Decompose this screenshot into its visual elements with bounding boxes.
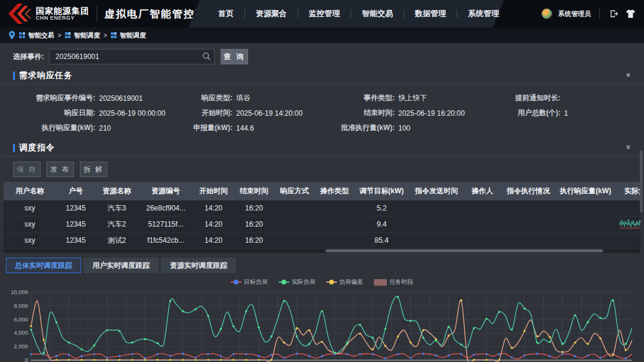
- breadcrumb: 智能交易 > 智能调度 > 智能调度: [0, 27, 644, 43]
- field-value: 144.6: [236, 124, 254, 132]
- actual-load-sparkline[interactable]: [619, 217, 640, 230]
- field-label: 响应日期:: [6, 108, 95, 118]
- svg-text:6,000: 6,000: [14, 316, 28, 323]
- legend-load-deviation[interactable]: 负荷偏差: [326, 278, 363, 286]
- demand-response-section: 需求响应任务 » 需求响应事件编号:20250619001 响应类型:填谷 事件…: [0, 67, 644, 139]
- logout-icon[interactable]: [608, 8, 619, 19]
- tracking-tabs: 总体实时调度跟踪 用户实时调度跟踪 资源实时调度跟踪: [0, 253, 644, 276]
- location-pin-icon: [8, 31, 16, 39]
- publish-button[interactable]: 发 布: [47, 162, 74, 177]
- nav-item-smart-trading[interactable]: 智能交易: [351, 8, 404, 19]
- legend-task-period[interactable]: 任务时段: [374, 278, 413, 286]
- demand-response-title: 需求响应任务: [19, 70, 73, 81]
- field-label: 开始时间:: [179, 108, 233, 118]
- grid-icon: [111, 32, 117, 38]
- field-label: 需求响应事件编号:: [6, 93, 95, 103]
- field-label: 事件类型:: [341, 93, 395, 103]
- dispatch-table: 用户名称 户号 资源名称 资源编号 开始时间 结束时间 响应方式 操作类型 调节…: [4, 182, 640, 249]
- nav-item-monitoring[interactable]: 监控管理: [298, 8, 351, 19]
- dispatch-tracking-chart: 02,0004,0006,0008,00010,0000:000:451:302…: [0, 287, 644, 362]
- page-vertical-scrollbar-thumb[interactable]: [640, 150, 643, 213]
- table-horizontal-scrollbar[interactable]: [4, 249, 640, 253]
- field-label: 申报量(kW):: [179, 123, 233, 133]
- table-row[interactable]: sxy 12345 汽车2 5127115f... 14:20 16:20 9.…: [4, 216, 640, 233]
- decompose-button[interactable]: 拆 解: [80, 162, 107, 177]
- save-button[interactable]: 保 存: [13, 162, 41, 177]
- field-value: 1: [564, 109, 568, 117]
- collapse-chevron-icon[interactable]: »: [624, 145, 633, 149]
- grid-icon: [65, 32, 71, 38]
- field-label: 执行响应量(kW):: [6, 123, 95, 133]
- demand-response-fields: 需求响应事件编号:20250619001 响应类型:填谷 事件类型:快上快下 提…: [0, 85, 644, 139]
- table-row[interactable]: sxy 12345 汽车3 26e8cf904... 14:20 16:20 5…: [4, 200, 640, 216]
- field-value: 20250619001: [99, 94, 143, 103]
- user-avatar[interactable]: [541, 8, 552, 19]
- brand-name-cn: 国家能源集团: [36, 7, 89, 16]
- field-value: 2025-06-19 16:20:00: [398, 109, 465, 117]
- svg-text:2,000: 2,000: [14, 343, 28, 349]
- event-select-label: 选择事件:: [13, 52, 44, 62]
- brand-name-en: CHN ENERGY: [36, 16, 89, 21]
- nav-item-resource-aggregation[interactable]: 资源聚合: [245, 8, 298, 19]
- user-name: 系统管理员: [558, 10, 591, 18]
- query-button[interactable]: 查 询: [221, 49, 248, 64]
- tab-resource-realtime-tracking[interactable]: 资源实时调度跟踪: [161, 258, 236, 273]
- svg-text:4,000: 4,000: [14, 329, 28, 336]
- nav-item-system-management[interactable]: 系统管理: [457, 8, 510, 19]
- search-icon[interactable]: [202, 52, 211, 61]
- chn-energy-logo-icon: [8, 4, 31, 24]
- scrollbar-thumb[interactable]: [326, 249, 603, 252]
- table-header-row: 用户名称 户号 资源名称 资源编号 开始时间 结束时间 响应方式 操作类型 调节…: [4, 182, 640, 200]
- event-select-input[interactable]: [49, 49, 215, 64]
- field-value: 100: [398, 124, 410, 132]
- field-label: 结束时间:: [341, 108, 395, 118]
- app-header: 国家能源集团 CHN ENERGY 虚拟电厂智能管控系统 首页 资源聚合 监控管…: [0, 0, 644, 27]
- brand-logo: 国家能源集团 CHN ENERGY: [0, 4, 89, 24]
- field-label: 提前通知时长:: [501, 93, 561, 103]
- field-value: 210: [99, 124, 111, 132]
- svg-text:10,000: 10,000: [11, 289, 28, 295]
- field-label: 批准执行量(kW):: [341, 123, 395, 133]
- breadcrumb-item-smart-dispatch-2[interactable]: 智能调度: [111, 31, 146, 40]
- field-label: 响应类型:: [179, 93, 233, 103]
- theme-skin-icon[interactable]: [625, 8, 636, 19]
- dispatch-title: 调度指令: [19, 143, 55, 153]
- legend-target-load[interactable]: 目标负荷: [231, 278, 268, 286]
- breadcrumb-item-smart-trading[interactable]: 智能交易: [19, 31, 54, 40]
- table-row[interactable]: sxy 12345 测试2 f1fc542cb... 14:20 16:20 8…: [4, 233, 640, 249]
- line-chart[interactable]: 02,0004,0006,0008,00010,0000:000:451:302…: [7, 287, 637, 362]
- svg-text:8,000: 8,000: [14, 302, 28, 309]
- legend-actual-load[interactable]: 实际负荷: [278, 278, 315, 286]
- svg-text:0: 0: [25, 357, 28, 362]
- grid-icon: [19, 32, 25, 38]
- main-nav: 首页 资源聚合 监控管理 智能交易 数据管理 系统管理: [208, 0, 510, 27]
- tab-overall-realtime-tracking[interactable]: 总体实时调度跟踪: [6, 258, 81, 273]
- field-value: 2025-06-19 14:20:00: [236, 109, 302, 117]
- breadcrumb-item-smart-dispatch-1[interactable]: 智能调度: [65, 31, 100, 40]
- field-value: 填谷: [236, 93, 250, 103]
- event-filter-bar: 选择事件: 查 询: [0, 47, 644, 67]
- tab-user-realtime-tracking[interactable]: 用户实时调度跟踪: [83, 258, 159, 273]
- dispatch-section: 调度指令 » 保 存 发 布 拆 解 用户名称 户号 资源名称 资源编号 开始时…: [0, 139, 644, 253]
- field-value: 2025-06-19 00:00:00: [99, 109, 165, 117]
- field-value: 快上快下: [398, 93, 427, 103]
- field-label: 用户总数(个):: [501, 108, 561, 118]
- nav-item-data-management[interactable]: 数据管理: [404, 8, 457, 19]
- nav-item-home[interactable]: 首页: [208, 8, 244, 19]
- chart-legend: 目标负荷 实际负荷 负荷偏差 任务时段: [0, 277, 644, 287]
- collapse-chevron-icon[interactable]: »: [624, 73, 633, 77]
- header-divider: [97, 6, 97, 21]
